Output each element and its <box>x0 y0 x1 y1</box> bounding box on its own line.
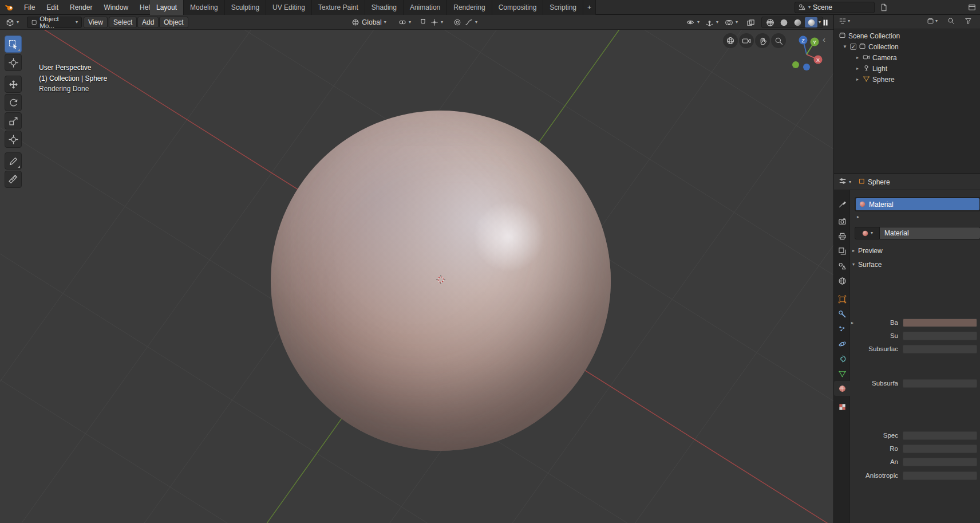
tab-view-layer[interactable] <box>834 243 850 258</box>
tab-scene[interactable] <box>834 258 850 273</box>
properties-editor-type-button[interactable] <box>839 177 847 187</box>
xray-toggle[interactable] <box>744 17 757 28</box>
window-icon[interactable] <box>966 2 978 13</box>
menu-file[interactable]: File <box>18 0 41 15</box>
select-menu[interactable]: Select <box>109 17 137 28</box>
view-menu[interactable]: View <box>84 17 108 28</box>
pivot-point-dropdown[interactable]: ▾ <box>396 17 413 28</box>
subsurface-color-field[interactable] <box>903 379 977 388</box>
outliner-editor-type-button[interactable]: ▾ <box>839 17 850 25</box>
orbit-gizmo-button[interactable] <box>723 33 738 48</box>
zoom-view-button[interactable] <box>771 33 786 48</box>
roughness-slider[interactable] <box>903 445 977 453</box>
scene-selector[interactable]: ▾ Scene <box>795 2 875 13</box>
tab-constraints[interactable] <box>834 351 850 366</box>
move-tool[interactable] <box>5 76 22 93</box>
add-menu[interactable]: Add <box>137 17 159 28</box>
slot-specials-icon[interactable]: ▸ <box>857 214 859 219</box>
tab-object-data[interactable] <box>834 366 850 381</box>
axis-y-ball[interactable]: Y <box>811 38 819 46</box>
blender-logo[interactable] <box>5 3 14 11</box>
tab-tool[interactable] <box>834 196 850 211</box>
proportional-falloff-dropdown[interactable]: ▾ <box>463 17 480 28</box>
mode-dropdown[interactable]: Object Mo... ▾ <box>27 17 82 28</box>
transform-tool[interactable] <box>5 131 22 148</box>
transform-orientation-dropdown[interactable]: Global ▾ <box>349 17 389 28</box>
tab-rendering[interactable]: Rendering <box>447 0 492 15</box>
editor-type-button[interactable]: ▾ <box>3 17 21 28</box>
material-slot-item[interactable]: Material <box>856 198 979 210</box>
gizmos-dropdown[interactable]: ▾ <box>703 17 721 28</box>
subsurface-radius-field[interactable] <box>903 345 977 353</box>
camera-view-button[interactable] <box>739 33 754 48</box>
specular-slider[interactable] <box>903 431 977 440</box>
tab-shading[interactable]: Shading <box>365 0 404 15</box>
tab-animation[interactable]: Animation <box>404 0 447 15</box>
axis-z-ball[interactable]: Z <box>799 36 808 45</box>
outliner-row-light[interactable]: ▸ Light <box>834 63 980 74</box>
subsurface-slider[interactable] <box>903 332 977 340</box>
snap-target-dropdown[interactable]: ▾ <box>428 17 445 28</box>
sidebar-collapse-arrow[interactable]: ‹ <box>823 34 825 44</box>
outliner-row-scene-collection[interactable]: Scene Collection <box>834 30 980 41</box>
expand-icon[interactable]: ▸ <box>855 77 860 82</box>
collection-checkbox[interactable]: ✓ <box>850 44 856 50</box>
tab-texture-paint[interactable]: Texture Paint <box>312 0 365 15</box>
navigation-gizmo[interactable]: Z Y X <box>788 32 828 72</box>
tab-layout[interactable]: Layout <box>150 0 184 15</box>
tab-modeling[interactable]: Modeling <box>184 0 225 15</box>
display-mode-dropdown[interactable]: ▾ <box>927 17 938 25</box>
object-menu[interactable]: Object <box>159 17 188 28</box>
menu-window[interactable]: Window <box>98 0 134 15</box>
filter-icon[interactable] <box>965 17 972 25</box>
tab-scripting[interactable]: Scripting <box>543 0 583 15</box>
tab-texture[interactable] <box>834 399 850 414</box>
tab-material[interactable] <box>834 381 850 396</box>
object-type-visibility-dropdown[interactable]: ▾ <box>683 17 702 28</box>
pause-render-button[interactable] <box>820 17 831 28</box>
snap-toggle[interactable] <box>417 17 429 28</box>
axis-neg-z-ball[interactable] <box>803 64 810 70</box>
expand-icon[interactable]: ▸ <box>855 55 860 60</box>
axis-x-ball[interactable]: X <box>814 56 823 64</box>
tab-particles[interactable] <box>834 321 850 336</box>
select-box-tool[interactable] <box>5 36 22 53</box>
shading-solid-button[interactable] <box>777 17 790 27</box>
outliner-row-collection[interactable]: ▼ ✓ Collection <box>834 41 980 52</box>
scale-tool[interactable] <box>5 112 22 129</box>
overlays-dropdown[interactable]: ▾ <box>722 17 740 28</box>
anisotropic-slider[interactable] <box>903 458 977 466</box>
measure-tool[interactable] <box>5 171 22 188</box>
collapse-icon[interactable]: ▼ <box>842 44 848 49</box>
browse-material-button[interactable]: ▾ <box>855 227 880 239</box>
tab-world[interactable] <box>834 273 850 288</box>
move-view-hand-button[interactable] <box>755 33 770 48</box>
menu-render[interactable]: Render <box>64 0 98 15</box>
preview-panel-header[interactable]: ▸ Preview <box>852 245 883 257</box>
shading-rendered-button[interactable] <box>805 17 817 27</box>
tab-render[interactable] <box>834 214 850 229</box>
tab-physics[interactable] <box>834 336 850 351</box>
3d-viewport[interactable]: User Perspective (1) Collection | Sphere… <box>0 30 833 523</box>
tab-output[interactable] <box>834 229 850 243</box>
shading-material-button[interactable] <box>791 17 804 27</box>
tab-uv-editing[interactable]: UV Editing <box>266 0 312 15</box>
anisotropic-rotation-slider[interactable] <box>903 471 977 480</box>
new-scene-button[interactable] <box>878 2 890 13</box>
tab-modifiers[interactable] <box>834 306 850 321</box>
annotate-tool[interactable] <box>5 152 22 170</box>
menu-edit[interactable]: Edit <box>41 0 64 15</box>
expand-icon[interactable]: ▸ <box>855 66 860 71</box>
search-icon[interactable] <box>947 17 955 25</box>
tab-compositing[interactable]: Compositing <box>492 0 544 15</box>
surface-panel-header[interactable]: ▾ Surface <box>852 259 882 270</box>
rotate-tool[interactable] <box>5 94 22 111</box>
cursor-tool[interactable] <box>5 54 22 71</box>
3d-cursor[interactable] <box>436 275 445 284</box>
add-workspace-button[interactable]: + <box>583 0 596 15</box>
outliner-row-camera[interactable]: ▸ Camera <box>834 52 980 63</box>
base-color-swatch[interactable] <box>903 318 977 327</box>
tab-object[interactable] <box>834 292 850 306</box>
outliner-row-sphere[interactable]: ▸ Sphere <box>834 74 980 85</box>
axis-neg-y-ball[interactable] <box>792 61 799 68</box>
